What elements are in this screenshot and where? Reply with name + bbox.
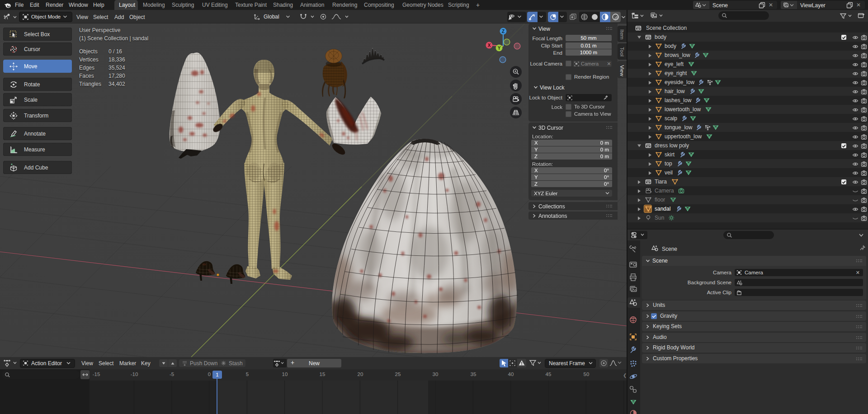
svg-text:Z: Z: [502, 29, 505, 34]
svg-text:X: X: [488, 43, 491, 48]
svg-text:Y: Y: [498, 46, 501, 51]
